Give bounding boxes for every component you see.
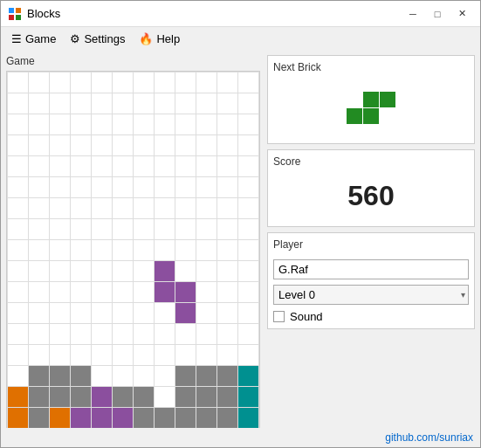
level-select[interactable]: Level 0 Level 1 Level 2 Level 3 Level 4 … [273, 285, 469, 305]
grid-cell [92, 156, 113, 177]
minimize-button[interactable]: ─ [402, 5, 424, 23]
grid-cell [155, 156, 175, 177]
menu-game-label: Game [25, 32, 56, 45]
grid-cell [134, 93, 155, 114]
grid-cell [50, 177, 71, 198]
grid-cell [50, 261, 71, 282]
game-grid-container [6, 71, 260, 428]
grid-cell [71, 135, 92, 156]
footer: github.com/sunriax [1, 428, 480, 447]
grid-cell [113, 93, 134, 114]
grid-cell [196, 240, 217, 261]
grid-cell [29, 114, 50, 135]
grid-cell [50, 387, 71, 408]
grid-cell [238, 72, 259, 93]
github-link[interactable]: github.com/sunriax [385, 431, 473, 444]
grid-cell [92, 135, 113, 156]
grid-cell [92, 240, 113, 261]
grid-cell [175, 324, 196, 345]
grid-cell [155, 366, 175, 387]
grid-cell [238, 261, 259, 282]
grid-cell [92, 324, 113, 345]
grid-cell [8, 387, 29, 408]
grid-cell [92, 93, 113, 114]
grid-cell [238, 408, 259, 428]
grid-cell [155, 345, 175, 366]
grid-cell [196, 366, 217, 387]
score-section: Score 560 [267, 149, 475, 227]
player-input[interactable] [273, 259, 469, 279]
grid-cell [113, 156, 134, 177]
grid-cell [29, 408, 50, 428]
score-value: 560 [273, 171, 469, 221]
grid-cell [134, 345, 155, 366]
menu-settings[interactable]: ⚙ Settings [63, 30, 132, 48]
grid-cell [196, 303, 217, 324]
grid-cell [217, 282, 238, 303]
grid-cell [8, 219, 29, 240]
sound-label: Sound [290, 310, 323, 323]
grid-cell [196, 93, 217, 114]
grid-cell [29, 219, 50, 240]
grid-cell [29, 240, 50, 261]
right-panel: Next Brick Score 560 [267, 55, 475, 423]
grid-cell [113, 387, 134, 408]
score-label: Score [273, 155, 469, 168]
grid-cell [175, 219, 196, 240]
grid-cell [217, 198, 238, 219]
grid-cell [196, 156, 217, 177]
grid-cell [196, 261, 217, 282]
grid-cell [134, 114, 155, 135]
grid-cell [92, 219, 113, 240]
sound-checkbox[interactable] [273, 311, 285, 322]
grid-cell [175, 303, 196, 324]
grid-cell [196, 387, 217, 408]
grid-cell [8, 366, 29, 387]
grid-cell [113, 72, 134, 93]
grid-cell [217, 387, 238, 408]
grid-cell [217, 72, 238, 93]
menu-help[interactable]: 🔥 Help [132, 30, 187, 48]
grid-cell [196, 282, 217, 303]
menu-bar: ☰ Game ⚙ Settings 🔥 Help [1, 27, 480, 50]
grid-cell [71, 72, 92, 93]
maximize-button[interactable]: □ [426, 5, 449, 23]
grid-cell [238, 324, 259, 345]
grid-cell [175, 135, 196, 156]
grid-cell [8, 135, 29, 156]
grid-cell [217, 93, 238, 114]
grid-cell [29, 198, 50, 219]
grid-cell [196, 345, 217, 366]
grid-cell [175, 93, 196, 114]
grid-cell [196, 114, 217, 135]
menu-settings-icon: ⚙ [70, 32, 80, 45]
grid-cell [8, 408, 29, 428]
grid-cell [175, 345, 196, 366]
grid-cell [134, 177, 155, 198]
grid-cell [155, 240, 175, 261]
grid-cell [217, 114, 238, 135]
grid-cell [217, 156, 238, 177]
grid-cell [50, 366, 71, 387]
grid-cell [196, 324, 217, 345]
grid-cell [196, 72, 217, 93]
grid-cell [217, 177, 238, 198]
grid-cell [50, 408, 71, 428]
menu-help-label: Help [156, 32, 180, 45]
grid-cell [71, 345, 92, 366]
game-grid [7, 72, 259, 428]
grid-cell [71, 156, 92, 177]
menu-game[interactable]: ☰ Game [4, 30, 63, 48]
grid-cell [71, 177, 92, 198]
close-button[interactable]: ✕ [450, 5, 473, 23]
grid-cell [8, 156, 29, 177]
grid-cell [155, 93, 175, 114]
grid-cell [175, 240, 196, 261]
grid-cell [134, 135, 155, 156]
grid-cell [155, 219, 175, 240]
grid-cell [50, 198, 71, 219]
grid-cell [50, 135, 71, 156]
grid-cell [238, 282, 259, 303]
grid-cell [175, 114, 196, 135]
grid-cell [134, 261, 155, 282]
